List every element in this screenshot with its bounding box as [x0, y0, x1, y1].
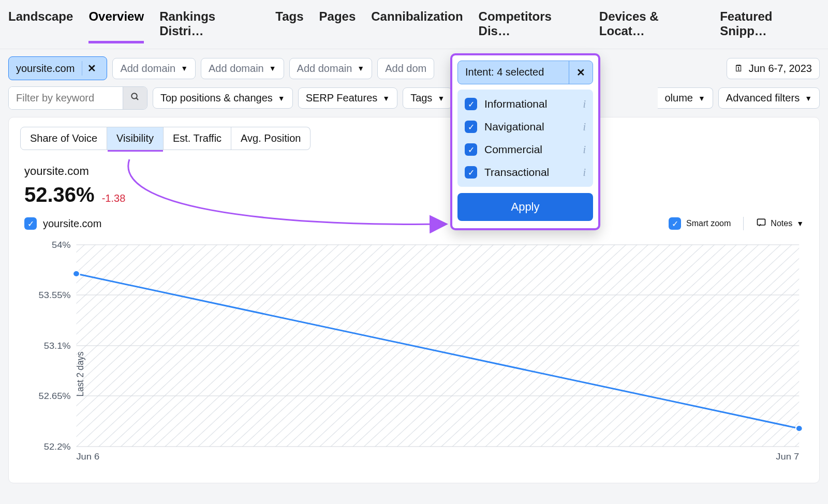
legend-checkbox-series0[interactable]: ✓	[24, 217, 37, 230]
chevron-down-icon: ▼	[181, 64, 188, 72]
tab-competitors-discovery[interactable]: Competitors Dis…	[479, 9, 584, 43]
checkbox-icon: ✓	[669, 217, 681, 230]
metric-tab-share-of-voice[interactable]: Share of Voice	[20, 127, 107, 150]
tab-overview[interactable]: Overview	[88, 9, 144, 43]
checkbox-icon: ✓	[465, 166, 477, 179]
pill-label: SERP Features	[306, 92, 378, 104]
intent-option-navigational[interactable]: ✓ Navigational i	[461, 115, 590, 138]
tab-featured-snippets[interactable]: Featured Snipp…	[720, 9, 820, 43]
filter-advanced[interactable]: Advanced filters ▼	[718, 87, 820, 109]
summary-site: yoursite.com	[24, 165, 805, 178]
filters-row-2: Top positions & changes ▼ SERP Features …	[8, 86, 820, 110]
visibility-chart: 54% 53.55% 53.1% 52.65% 52.2% Last 2 day…	[23, 240, 805, 467]
tab-rankings-distribution[interactable]: Rankings Distri…	[159, 9, 260, 43]
chevron-down-icon: ▼	[357, 64, 364, 72]
metric-tab-avg-position[interactable]: Avg. Position	[231, 127, 310, 150]
chevron-down-icon: ▼	[698, 94, 705, 102]
add-domain-label: Add domain	[120, 63, 175, 75]
metric-tabs: Share of Voice Visibility Est. Traffic A…	[9, 117, 819, 150]
separator	[743, 217, 744, 230]
summary-value: 52.36%	[24, 183, 95, 206]
pill-label: Tags	[410, 92, 432, 104]
smart-zoom-label: Smart zoom	[686, 219, 731, 228]
x-tick: Jun 7	[776, 452, 799, 462]
legend-row: ✓ yoursite.com ✓ Smart zoom Notes ▼	[9, 210, 819, 230]
info-icon[interactable]: i	[583, 98, 586, 110]
y-tick: 52.2%	[44, 442, 71, 452]
keyword-filter-group	[8, 86, 147, 110]
svg-line-1	[136, 98, 138, 100]
legend-label-series0: yoursite.com	[43, 218, 101, 230]
add-domain-label: Add domain	[297, 63, 352, 75]
metric-tab-est-traffic[interactable]: Est. Traffic	[164, 127, 231, 150]
tab-pages[interactable]: Pages	[319, 9, 356, 43]
tab-tags[interactable]: Tags	[275, 9, 303, 43]
intent-popover: Intent: 4 selected ✕ ✓ Informational i ✓…	[450, 53, 600, 230]
x-tick: Jun 6	[76, 452, 99, 462]
close-icon[interactable]: ✕	[82, 61, 99, 76]
date-range-button[interactable]: 🗓 Jun 6-7, 2023	[727, 58, 820, 79]
y-tick: 53.55%	[39, 290, 71, 300]
add-domain-3[interactable]: Add domain ▼	[289, 58, 373, 79]
chevron-down-icon: ▼	[805, 94, 812, 102]
summary-delta: -1.38	[102, 192, 126, 204]
add-domain-label: Add domain	[209, 63, 264, 75]
notes-label: Notes	[771, 219, 792, 228]
chevron-down-icon: ▼	[437, 94, 445, 102]
intent-option-commercial[interactable]: ✓ Commercial i	[461, 138, 590, 161]
add-domain-label: Add dom	[385, 63, 426, 75]
checkbox-icon: ✓	[465, 143, 477, 156]
filter-top-positions[interactable]: Top positions & changes ▼	[153, 87, 293, 109]
chart-data-point[interactable]	[796, 425, 803, 432]
intent-option-transactional[interactable]: ✓ Transactional i	[461, 161, 590, 184]
intent-option-informational[interactable]: ✓ Informational i	[461, 93, 590, 115]
info-icon[interactable]: i	[583, 144, 586, 156]
tab-landscape[interactable]: Landscape	[8, 9, 73, 43]
smart-zoom-toggle[interactable]: ✓ Smart zoom	[669, 217, 731, 230]
y-tick: 52.65%	[39, 391, 71, 401]
filters-row-1: yoursite.com ✕ Add domain ▼ Add domain ▼…	[8, 56, 820, 80]
filter-volume-fragment[interactable]: olume ▼	[658, 87, 713, 109]
intent-option-label: Navigational	[484, 121, 544, 133]
intent-option-label: Informational	[484, 98, 547, 110]
pill-label: Advanced filters	[726, 92, 800, 104]
intent-option-label: Commercial	[484, 143, 542, 156]
add-domain-2[interactable]: Add domain ▼	[201, 58, 284, 79]
filter-tags[interactable]: Tags ▼	[403, 87, 452, 109]
tab-devices-locations[interactable]: Devices & Locat…	[599, 9, 704, 43]
y-tick: 53.1%	[44, 341, 71, 351]
chevron-down-icon: ▼	[269, 64, 276, 72]
search-button[interactable]	[123, 87, 147, 109]
intent-popover-header: Intent: 4 selected ✕	[457, 61, 593, 84]
domain-chip-label: yoursite.com	[16, 63, 75, 75]
date-range-label: Jun 6-7, 2023	[749, 63, 812, 75]
search-icon	[130, 92, 140, 103]
filter-serp-features[interactable]: SERP Features ▼	[298, 87, 397, 109]
y-tick: 54%	[52, 240, 71, 250]
svg-rect-2	[758, 219, 765, 225]
chart-data-point[interactable]	[73, 271, 80, 277]
pill-label: Top positions & changes	[160, 92, 273, 104]
tab-cannibalization[interactable]: Cannibalization	[371, 9, 463, 43]
notes-button[interactable]: Notes ▼	[756, 217, 804, 230]
keyword-filter-input[interactable]	[9, 87, 117, 109]
add-domain-1[interactable]: Add domain ▼	[112, 58, 196, 79]
add-domain-4[interactable]: Add dom	[377, 58, 434, 79]
svg-point-0	[131, 93, 137, 99]
info-icon[interactable]: i	[583, 121, 586, 133]
visibility-card: Share of Voice Visibility Est. Traffic A…	[8, 117, 820, 483]
top-tabbar: Landscape Overview Rankings Distri… Tags…	[0, 0, 828, 49]
intent-options: ✓ Informational i ✓ Navigational i ✓ Com…	[457, 90, 593, 187]
chevron-down-icon: ▼	[796, 219, 804, 228]
close-icon[interactable]: ✕	[569, 61, 593, 84]
metric-tab-visibility[interactable]: Visibility	[107, 127, 164, 150]
note-icon	[756, 217, 766, 230]
apply-button[interactable]: Apply	[457, 193, 593, 221]
filters-area: yoursite.com ✕ Add domain ▼ Add domain ▼…	[0, 49, 828, 110]
checkbox-icon: ✓	[465, 98, 477, 110]
info-icon[interactable]: i	[583, 167, 586, 179]
domain-chip-selected[interactable]: yoursite.com ✕	[8, 56, 107, 80]
intent-option-label: Transactional	[484, 166, 549, 179]
checkbox-icon: ✓	[465, 121, 477, 133]
chevron-down-icon: ▼	[278, 94, 285, 102]
